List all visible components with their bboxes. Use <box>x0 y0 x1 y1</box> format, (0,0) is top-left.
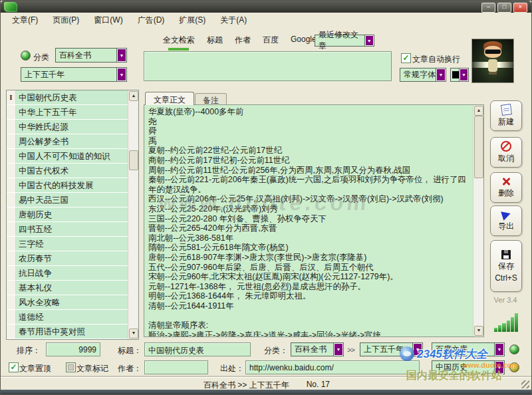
title-bar[interactable]: – □ × <box>1 1 531 13</box>
menu-item[interactable]: 扩展(S) <box>176 13 208 27</box>
source-input[interactable]: http://wenku.baidu.com/ <box>245 360 420 374</box>
chevron-down-icon[interactable]: ▼ <box>459 68 468 81</box>
list-item-label: 中华上下五千年 <box>16 105 128 119</box>
font-color-dropdown[interactable]: ▼ <box>450 68 469 82</box>
menu-item[interactable]: 页面(P) <box>50 13 82 27</box>
delete-button-label: 删除 <box>498 188 514 199</box>
list-item[interactable]: 春节用语中英对照 <box>7 325 128 339</box>
title-input[interactable]: 中国朝代历史表 <box>144 342 251 356</box>
list-item-label: 春节用语中英对照 <box>16 325 128 338</box>
delete-button[interactable]: 删除 <box>490 172 522 203</box>
library-dropdown[interactable]: 百度文库 ▼ <box>432 342 505 356</box>
author-input[interactable] <box>144 360 208 374</box>
list-item-label: 基本礼仪 <box>16 281 128 295</box>
article-line: 隋朝--公元581-公元618年隋文帝(杨坚) <box>148 243 469 253</box>
list-item[interactable]: 基本礼仪 <box>7 281 128 295</box>
list-scrollbar[interactable]: ▲ ▼ <box>128 90 138 339</box>
maximize-button[interactable]: □ <box>497 3 511 13</box>
list-item[interactable]: 中国古代的科技发展 <box>7 178 128 193</box>
article-line: 明朝--公元1368-1644年， 朱元璋即明太祖。 <box>148 291 469 301</box>
article-line: 东汉--公元25-220年,(汉光武帝)刘秀 <box>148 204 469 214</box>
scroll-down-icon[interactable]: ▼ <box>129 329 138 338</box>
chevron-down-icon[interactable]: ▼ <box>364 35 374 46</box>
chevron-down-icon[interactable]: ▼ <box>333 343 343 356</box>
window-bottom-border <box>1 390 531 395</box>
form-category-sub-dropdown[interactable]: 上下五千年 ▼ <box>360 342 423 356</box>
chevron-down-icon[interactable]: ▼ <box>494 361 504 374</box>
list-item[interactable]: 周公解梦全书 <box>7 134 128 149</box>
list-item[interactable]: 易中天品三国 <box>7 193 128 207</box>
library-dropdown-value: 百度文库 <box>436 344 467 355</box>
mark-checkbox[interactable] <box>66 362 76 372</box>
list-item[interactable]: 风水全攻略 <box>7 295 128 310</box>
save-button[interactable]: 保存 Ctrl+S <box>490 240 522 292</box>
chevron-down-icon[interactable]: ▼ <box>116 68 126 81</box>
scroll-down-icon[interactable]: ▼ <box>474 326 483 336</box>
search-tab[interactable]: 作者 <box>233 34 252 47</box>
article-list-panel: I 中国朝代历史表 中华上下五千年 中华姓氏起源 周公解梦全书 <box>6 90 139 340</box>
source-label: 出处： <box>220 363 244 374</box>
sort-input[interactable]: 9999 <box>46 342 100 356</box>
menu-item[interactable]: 窗口(W) <box>91 13 125 27</box>
menu-item[interactable]: 文章(F) <box>9 13 41 27</box>
tab-article-body[interactable]: 文章正文 <box>145 92 194 105</box>
article-text[interactable]: 华夏族(皇帝)--4000多年前尧舜禹夏朝--约公元前22世纪-公元前17世纪商… <box>144 105 473 336</box>
sort-label: 排序： <box>17 345 41 356</box>
minimize-button[interactable]: – <box>481 3 495 13</box>
list-item[interactable]: 中华上下五千年 <box>7 105 128 120</box>
export-button[interactable]: 导出 <box>490 205 522 236</box>
row-gutter <box>7 178 16 192</box>
cancel-button[interactable]: 取消 <box>490 137 522 168</box>
scroll-up-icon[interactable]: ▲ <box>129 91 138 101</box>
list-item[interactable]: 唐朝历史 <box>7 207 128 222</box>
list-item[interactable]: 中国古代权术 <box>7 164 128 178</box>
tab-note[interactable]: 备注 <box>195 93 227 105</box>
history-dropdown[interactable]: 中国历史 ▼ <box>432 360 505 374</box>
search-tab[interactable]: 全文检索 <box>162 34 196 47</box>
article-line: 夏朝--约公元前22世纪-公元前17世纪 <box>148 146 469 156</box>
scroll-up-icon[interactable]: ▲ <box>474 106 483 116</box>
font-dropdown[interactable]: 常规字体 ▼ <box>400 68 446 82</box>
search-tab[interactable]: Google <box>289 34 318 47</box>
article-scrollbar[interactable]: ▲ ▼ <box>473 105 483 336</box>
close-button[interactable]: × <box>513 3 527 13</box>
list-item[interactable]: 三字经 <box>7 237 128 251</box>
library-led-icon[interactable] <box>509 344 519 354</box>
list-item[interactable]: 农历春节 <box>7 251 128 266</box>
search-tab[interactable]: 百度 <box>261 34 280 47</box>
chevron-down-icon[interactable]: ▼ <box>436 68 446 81</box>
pin-checkbox[interactable]: ✓ <box>9 362 19 372</box>
menu-item[interactable]: 关于(A) <box>217 13 249 27</box>
article-body-panel[interactable]: 华夏族(皇帝)--4000多年前尧舜禹夏朝--约公元前22世纪-公元前17世纪商… <box>144 104 484 337</box>
article-line: 西汉--公元前206年-公元25年,汉高祖(刘邦)->汉文帝->汉景帝(刘启)-… <box>148 194 469 204</box>
resize-grip[interactable] <box>521 380 529 388</box>
list-item[interactable]: 中国人不可不知道的知识 <box>7 149 128 164</box>
article-line: 清朝皇帝顺序表: <box>148 321 469 330</box>
search-input[interactable] <box>144 51 392 81</box>
export-button-label: 导出 <box>498 221 514 232</box>
recent-articles-dropdown[interactable]: 最近修改文章 ▼ <box>315 35 374 47</box>
scrollbar-thumb[interactable] <box>129 150 138 170</box>
list-item-label: 道德经 <box>16 310 128 324</box>
list-item[interactable]: 中华姓氏起源 <box>7 120 128 134</box>
list-item[interactable]: I 中国朝代历史表 <box>7 90 128 105</box>
chevron-down-icon[interactable]: ▼ <box>494 343 504 356</box>
new-button[interactable]: 新建 <box>490 100 522 131</box>
search-tab[interactable]: 标题 <box>205 34 224 47</box>
category-sub-dropdown[interactable]: 上下五千年 ▼ <box>21 67 127 82</box>
category-led-icon[interactable] <box>21 51 31 61</box>
list-item[interactable]: 道德经 <box>7 310 128 325</box>
form-category-main-dropdown[interactable]: 百科全书 ▼ <box>291 342 344 356</box>
list-item[interactable]: 四书五经 <box>7 222 128 237</box>
list-item-label: 中华姓氏起源 <box>16 120 128 134</box>
chevron-down-icon[interactable]: ▼ <box>116 49 126 62</box>
category-main-dropdown[interactable]: 百科全书 ▼ <box>55 48 127 63</box>
menu-item[interactable]: 广告(D) <box>135 13 168 27</box>
row-gutter <box>7 310 16 324</box>
history-led-icon[interactable] <box>509 362 519 372</box>
list-item[interactable]: 抗日战争 <box>7 266 128 281</box>
export-arrow-icon <box>501 209 512 220</box>
wrap-checkbox[interactable]: ✓ <box>401 53 411 63</box>
scrollbar-thumb[interactable] <box>474 116 483 178</box>
chevron-down-icon[interactable]: ▼ <box>412 343 422 356</box>
